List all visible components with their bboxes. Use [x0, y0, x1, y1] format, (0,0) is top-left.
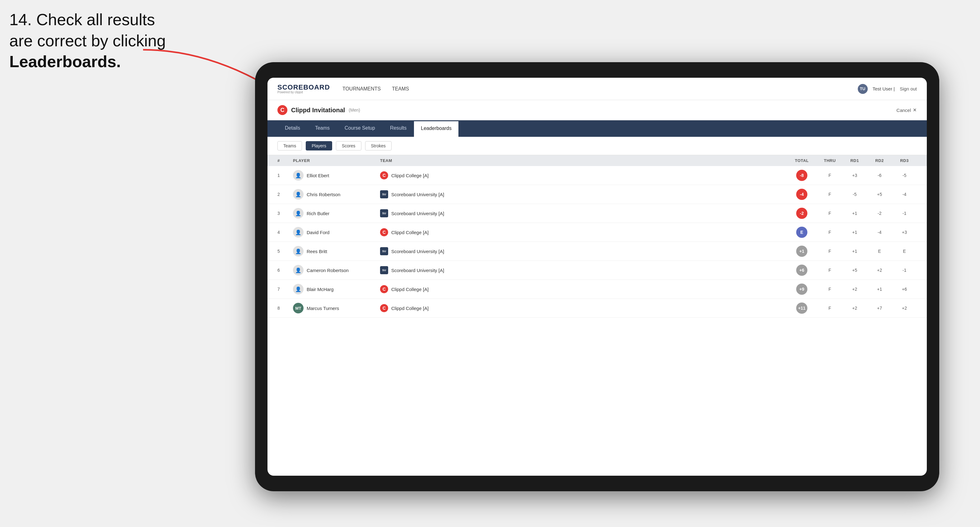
- rd3-col: E: [892, 249, 917, 254]
- player-avatar: MT: [293, 303, 304, 313]
- team-cell: C Clippd College [A]: [380, 228, 786, 236]
- position: 2: [277, 192, 293, 197]
- total-cell: E: [786, 227, 817, 238]
- rd1-col: +2: [842, 287, 867, 292]
- table-row: 2 👤 Chris Robertson SU Scoreboard Univer…: [267, 185, 927, 204]
- nav-right: TU Test User | Sign out: [858, 84, 917, 94]
- rd3-col: +3: [892, 230, 917, 235]
- player-cell: 👤 Elliot Ebert: [293, 170, 380, 181]
- filter-scores[interactable]: Scores: [336, 141, 361, 151]
- tab-leaderboards[interactable]: Leaderboards: [414, 121, 458, 137]
- logo: SCOREBOARD Powered by clippd: [277, 84, 330, 94]
- tab-teams[interactable]: Teams: [308, 120, 337, 137]
- player-cell: 👤 Cameron Robertson: [293, 265, 380, 275]
- position: 3: [277, 211, 293, 216]
- rd2-col: +1: [867, 287, 892, 292]
- thru-col: F: [817, 287, 842, 292]
- total-badge: +1: [796, 246, 807, 257]
- rd2-col: E: [867, 249, 892, 254]
- total-cell: +11: [786, 303, 817, 314]
- player-cell: 👤 David Ford: [293, 227, 380, 238]
- cancel-button[interactable]: Cancel ✕: [896, 107, 917, 113]
- user-avatar: TU: [858, 84, 868, 94]
- player-name: Cameron Robertson: [307, 268, 348, 273]
- thru-col: F: [817, 249, 842, 254]
- rd3-col: +6: [892, 287, 917, 292]
- nav-teams[interactable]: TEAMS: [392, 84, 409, 94]
- table-row: 5 👤 Rees Britt SU Scoreboard University …: [267, 242, 927, 261]
- player-name: Blair McHarg: [307, 287, 334, 292]
- position: 7: [277, 287, 293, 292]
- table-row: 4 👤 David Ford C Clippd College [A] E F …: [267, 223, 927, 242]
- filter-players[interactable]: Players: [306, 141, 332, 151]
- team-name: Scoreboard University [A]: [391, 211, 444, 216]
- total-cell: -2: [786, 208, 817, 219]
- player-cell: 👤 Chris Robertson: [293, 189, 380, 200]
- thru-col: F: [817, 173, 842, 178]
- nav-links: TOURNAMENTS TEAMS: [342, 84, 409, 94]
- sign-out-link[interactable]: Sign out: [900, 86, 917, 91]
- player-cell: 👤 Blair McHarg: [293, 284, 380, 294]
- total-badge: -2: [796, 208, 807, 219]
- thru-col: F: [817, 211, 842, 216]
- gender-badge: (Men): [348, 108, 360, 113]
- leaderboard-table: # PLAYER TEAM TOTAL THRU RD1 RD2 RD3 1 👤…: [267, 155, 927, 476]
- tournament-icon: C: [277, 105, 287, 115]
- position: 6: [277, 268, 293, 273]
- user-label: Test User |: [873, 86, 895, 91]
- total-cell: -8: [786, 170, 817, 181]
- tab-results[interactable]: Results: [383, 120, 414, 137]
- tournament-name: Clippd Invitational: [291, 106, 345, 114]
- team-name: Clippd College [A]: [391, 306, 429, 311]
- filter-teams[interactable]: Teams: [277, 141, 302, 151]
- position: 1: [277, 173, 293, 178]
- table-body: 1 👤 Elliot Ebert C Clippd College [A] -8…: [267, 166, 927, 318]
- table-row: 7 👤 Blair McHarg C Clippd College [A] +9…: [267, 280, 927, 299]
- table-row: 1 👤 Elliot Ebert C Clippd College [A] -8…: [267, 166, 927, 185]
- team-cell: C Clippd College [A]: [380, 304, 786, 312]
- rd1-col: +1: [842, 249, 867, 254]
- thru-col: F: [817, 306, 842, 311]
- team-icon-scoreboard: SU: [380, 190, 388, 198]
- player-name: Rees Britt: [307, 249, 327, 254]
- nav-tournaments[interactable]: TOURNAMENTS: [342, 84, 381, 94]
- tab-details[interactable]: Details: [277, 120, 308, 137]
- team-cell: SU Scoreboard University [A]: [380, 190, 786, 198]
- rd1-col: +1: [842, 230, 867, 235]
- rd1-col: +3: [842, 173, 867, 178]
- table-row: 3 👤 Rich Butler SU Scoreboard University…: [267, 204, 927, 223]
- team-name: Clippd College [A]: [391, 287, 429, 292]
- team-icon-scoreboard: SU: [380, 247, 388, 255]
- total-badge: +9: [796, 284, 807, 295]
- team-icon-scoreboard: SU: [380, 266, 388, 274]
- total-cell: +6: [786, 265, 817, 276]
- player-avatar: 👤: [293, 189, 304, 200]
- team-icon-clippd: C: [380, 228, 388, 236]
- team-name: Scoreboard University [A]: [391, 192, 444, 197]
- player-avatar: 👤: [293, 170, 304, 181]
- tab-course-setup[interactable]: Course Setup: [337, 120, 383, 137]
- team-cell: C Clippd College [A]: [380, 285, 786, 293]
- team-icon-clippd: C: [380, 304, 388, 312]
- total-badge: +11: [796, 303, 807, 314]
- thru-col: F: [817, 192, 842, 197]
- position: 5: [277, 249, 293, 254]
- team-name: Scoreboard University [A]: [391, 268, 444, 273]
- player-name: Chris Robertson: [307, 192, 340, 197]
- player-avatar: 👤: [293, 208, 304, 219]
- player-avatar: 👤: [293, 265, 304, 275]
- rd2-col: -6: [867, 173, 892, 178]
- team-cell: SU Scoreboard University [A]: [380, 266, 786, 274]
- total-cell: -4: [786, 189, 817, 200]
- player-avatar: 👤: [293, 227, 304, 238]
- rd3-col: -1: [892, 211, 917, 216]
- rd1-col: +2: [842, 306, 867, 311]
- tablet-frame: SCOREBOARD Powered by clippd TOURNAMENTS…: [255, 62, 939, 491]
- team-icon-clippd: C: [380, 171, 388, 179]
- team-name: Clippd College [A]: [391, 173, 429, 178]
- team-name: Scoreboard University [A]: [391, 249, 444, 254]
- position: 4: [277, 230, 293, 235]
- filter-strokes[interactable]: Strokes: [365, 141, 391, 151]
- player-cell: MT Marcus Turners: [293, 303, 380, 313]
- thru-col: F: [817, 230, 842, 235]
